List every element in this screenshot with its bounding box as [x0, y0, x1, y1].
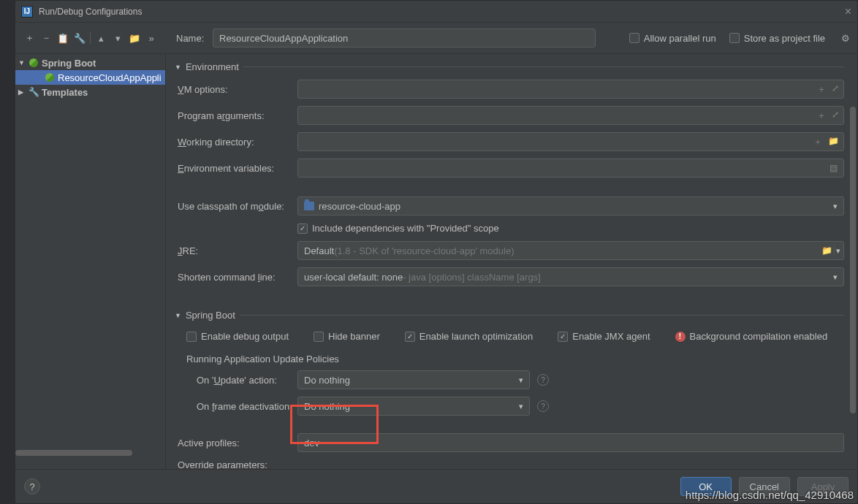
include-provided-label: Include dependencies with "Provided" sco…: [312, 223, 499, 234]
jre-dropdown[interactable]: Default (1.8 - SDK of 'resource-cloud-ap…: [297, 241, 844, 260]
allow-parallel-checkbox[interactable]: Allow parallel run: [629, 33, 716, 44]
enable-debug-checkbox[interactable]: Enable debug output: [186, 331, 289, 342]
up-button[interactable]: ▴: [94, 31, 107, 45]
spring-boot-section-label: Spring Boot: [186, 310, 235, 321]
store-as-template-label: Store as project file: [744, 33, 825, 44]
folder-button[interactable]: 📁: [128, 31, 141, 45]
override-params-label: Override parameters:: [178, 459, 297, 469]
active-profiles-input[interactable]: dev: [297, 433, 844, 452]
top-row: ＋ － 📋 🔧 ▴ ▾ 📁 » Name: Allow parallel run…: [15, 23, 857, 54]
wrench-icon: 🔧: [29, 87, 39, 97]
sidebar-hscroll[interactable]: [15, 450, 165, 457]
tree-spring-boot-label: Spring Boot: [42, 58, 96, 69]
main-panel: ▼ Environment VM options: ＋⤢ Program arg…: [166, 54, 857, 469]
tree-templates-label: Templates: [42, 87, 88, 98]
enable-jmx-checkbox[interactable]: Enable JMX agent: [558, 331, 650, 342]
program-args-label: Program arguments:: [178, 110, 297, 121]
copy-button[interactable]: 📋: [56, 31, 69, 45]
vm-options-label: VM options:: [178, 84, 297, 95]
edit-button[interactable]: 🔧: [73, 31, 86, 45]
enable-launch-opt-label: Enable launch optimization: [419, 331, 533, 342]
chevron-down-icon[interactable]: ▾: [836, 246, 840, 256]
working-directory-input[interactable]: ＋📁: [297, 132, 844, 151]
expand-icon[interactable]: ＋: [817, 110, 826, 122]
close-icon[interactable]: ×: [845, 5, 851, 18]
jre-detail: (1.8 - SDK of 'resource-cloud-app' modul…: [334, 245, 514, 256]
hide-banner-checkbox[interactable]: Hide banner: [314, 331, 380, 342]
main-scrollbar[interactable]: [848, 98, 857, 435]
warning-icon: !: [675, 332, 686, 342]
maximize-icon[interactable]: ⤢: [832, 83, 839, 96]
intellij-icon: IJ: [21, 6, 33, 18]
help-icon[interactable]: ?: [537, 374, 549, 386]
more-button[interactable]: »: [145, 31, 158, 45]
name-input[interactable]: [213, 28, 596, 47]
tree-spring-boot[interactable]: ▼ Spring Boot: [15, 56, 165, 70]
shorten-value: user-local default: none: [304, 272, 403, 283]
enable-launch-opt-checkbox[interactable]: Enable launch optimization: [405, 331, 533, 342]
on-deactivate-label: On frame deactivation:: [197, 401, 297, 412]
jre-label: JRE:: [178, 245, 297, 256]
run-debug-dialog: IJ Run/Debug Configurations × ＋ － 📋 🔧 ▴ …: [15, 0, 858, 504]
bg-compile-warning: ! Background compilation enabled: [675, 331, 828, 342]
background-strip: [0, 0, 15, 504]
on-update-dropdown[interactable]: Do nothing: [297, 370, 530, 389]
environment-section-header[interactable]: ▼ Environment: [175, 61, 844, 72]
list-icon[interactable]: ▤: [829, 163, 838, 173]
shorten-dropdown[interactable]: user-local default: none - java [options…: [297, 267, 844, 286]
spring-icon: [45, 73, 54, 82]
include-provided-checkbox[interactable]: Include dependencies with "Provided" sco…: [297, 223, 499, 234]
down-button[interactable]: ▾: [111, 31, 124, 45]
gear-icon[interactable]: ⚙: [841, 33, 850, 44]
working-directory-label: Working directory:: [178, 137, 297, 148]
help-button[interactable]: ?: [24, 478, 40, 495]
browse-icon[interactable]: 📁: [828, 136, 839, 148]
dialog-footer: ? OK Cancel Apply: [15, 469, 857, 503]
on-update-value: Do nothing: [304, 375, 350, 386]
classpath-label: Use classpath of module:: [178, 201, 297, 212]
browse-icon[interactable]: 📁: [821, 245, 832, 256]
ok-button[interactable]: OK: [680, 477, 732, 496]
window-title: Run/Debug Configurations: [39, 7, 142, 17]
tree-app-item-label: ResourceCloudAppAppli: [58, 72, 162, 83]
enable-debug-label: Enable debug output: [201, 331, 289, 342]
expand-icon[interactable]: ＋: [813, 136, 822, 148]
top-checks: Allow parallel run Store as project file…: [629, 33, 850, 44]
apply-button[interactable]: Apply: [797, 477, 848, 496]
spring-icon: [29, 58, 38, 67]
on-update-label: On 'Update' action:: [197, 375, 297, 386]
shorten-detail: - java [options] className [args]: [403, 272, 541, 283]
on-deactivate-dropdown[interactable]: Do nothing: [297, 397, 530, 416]
update-policies-title: Running Application Update Policies: [186, 354, 844, 364]
titlebar: IJ Run/Debug Configurations ×: [15, 1, 857, 23]
config-toolbar: ＋ － 📋 🔧 ▴ ▾ 📁 »: [20, 31, 170, 45]
dialog-body: ▼ Spring Boot ResourceCloudAppAppli ▶ 🔧 …: [15, 54, 857, 469]
tree-templates[interactable]: ▶ 🔧 Templates: [15, 85, 165, 99]
allow-parallel-label: Allow parallel run: [644, 33, 716, 44]
remove-button[interactable]: －: [39, 31, 53, 45]
vm-options-input[interactable]: ＋⤢: [297, 80, 844, 99]
env-vars-input[interactable]: ▤: [297, 159, 844, 177]
config-tree: ▼ Spring Boot ResourceCloudAppAppli ▶ 🔧 …: [15, 54, 166, 469]
cancel-button[interactable]: Cancel: [739, 477, 790, 496]
spring-boot-section-header[interactable]: ▼ Spring Boot: [175, 310, 844, 321]
bg-compile-label: Background compilation enabled: [690, 331, 828, 342]
expand-icon[interactable]: ＋: [817, 83, 826, 96]
tree-app-item[interactable]: ResourceCloudAppAppli: [15, 70, 165, 85]
module-icon: [304, 202, 314, 210]
toolbar-separator: [90, 32, 91, 44]
hide-banner-label: Hide banner: [328, 331, 380, 342]
jre-value: Default: [304, 245, 334, 256]
program-args-input[interactable]: ＋⤢: [297, 106, 844, 125]
on-deactivate-value: Do nothing: [304, 401, 350, 412]
enable-jmx-label: Enable JMX agent: [572, 331, 650, 342]
active-profiles-label: Active profiles:: [178, 438, 297, 448]
maximize-icon[interactable]: ⤢: [832, 110, 839, 122]
help-icon[interactable]: ?: [537, 400, 549, 412]
shorten-label: Shorten command line:: [178, 272, 297, 283]
classpath-value: resource-cloud-app: [319, 201, 400, 212]
store-as-template-checkbox[interactable]: Store as project file: [729, 33, 825, 44]
add-button[interactable]: ＋: [23, 31, 36, 45]
classpath-dropdown[interactable]: resource-cloud-app: [297, 196, 844, 215]
environment-section-label: Environment: [186, 61, 239, 72]
